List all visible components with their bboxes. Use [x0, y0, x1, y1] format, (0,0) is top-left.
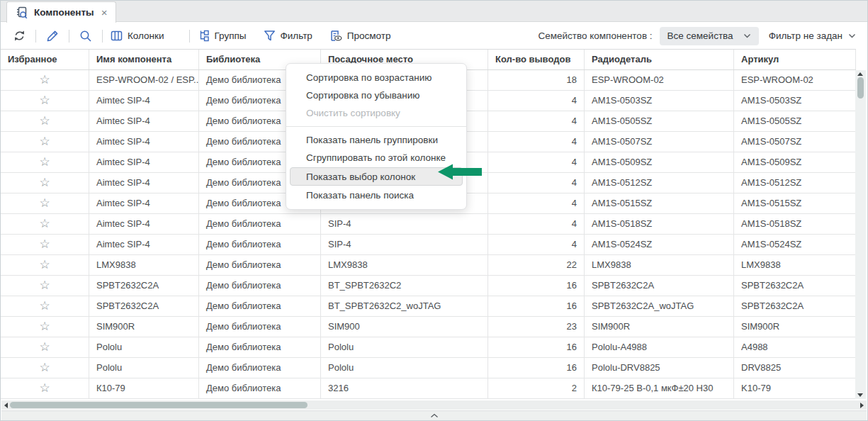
- groups-button[interactable]: Группы: [198, 30, 247, 42]
- favorite-star-icon[interactable]: ☆: [1, 111, 89, 132]
- scroll-left-arrow-icon[interactable]: [4, 403, 8, 408]
- tab-bar: Компоненты ×: [1, 1, 867, 22]
- preview-button-label: Просмотр: [347, 30, 391, 41]
- table-row[interactable]: ☆Aimtec SIP-4Демо библиотекаSIP-44AM1S-0…: [1, 235, 856, 255]
- horizontal-scrollbar[interactable]: [1, 400, 867, 410]
- table-row[interactable]: ☆SPBT2632C2AДемо библиотекаBT_SPBT2632C2…: [1, 276, 856, 296]
- cell-name: SPBT2632C2A: [89, 276, 199, 296]
- scroll-right-arrow-icon[interactable]: [860, 403, 864, 408]
- toolbar-divider: [69, 30, 69, 43]
- favorite-star-icon[interactable]: ☆: [1, 378, 89, 399]
- cell-part: SPBT2632C2A_woJTAG: [585, 296, 734, 317]
- scroll-down-arrow-icon[interactable]: [857, 393, 863, 397]
- tab-close-icon[interactable]: ×: [101, 7, 108, 18]
- vertical-scrollbar-thumb[interactable]: [857, 77, 864, 99]
- favorite-star-icon[interactable]: ☆: [1, 235, 89, 255]
- favorite-star-icon[interactable]: ☆: [1, 91, 89, 111]
- table-row[interactable]: ☆SIM900RДемо библиотекаSIM90023SIM900RSI…: [1, 317, 856, 337]
- cell-pins: 16: [488, 276, 585, 296]
- table-row[interactable]: ☆PololuДемо библиотекаPololu16Pololu-DRV…: [1, 358, 856, 378]
- menu-item[interactable]: Показать панель поиска: [286, 186, 466, 204]
- menu-item[interactable]: Показать панель группировки: [286, 131, 466, 149]
- favorite-star-icon[interactable]: ☆: [1, 276, 89, 296]
- cell-footprint: Pololu: [321, 358, 488, 378]
- filter-status-dropdown[interactable]: Фильтр не задан: [769, 30, 856, 41]
- table-row[interactable]: ☆Aimtec SIP-4Демо библиотекаSIP-44AM1S-0…: [1, 214, 856, 235]
- family-select-value: Все семейства: [667, 30, 733, 41]
- toolbar-right: Семейство компонентов : Все семейства Фи…: [538, 27, 856, 45]
- column-header-5[interactable]: Радиодеталь: [585, 50, 734, 69]
- edit-button[interactable]: [44, 28, 61, 45]
- cell-part: Pololu-DRV8825: [585, 358, 734, 378]
- favorite-star-icon[interactable]: ☆: [1, 358, 89, 378]
- cell-pins: 16: [488, 337, 585, 358]
- favorite-star-icon[interactable]: ☆: [1, 337, 89, 358]
- cell-part: SPBT2632C2A: [585, 276, 734, 296]
- bottom-collapse-bar[interactable]: [1, 410, 867, 420]
- table-row[interactable]: ☆SPBT2632C2AДемо библиотекаBT_SPBT2632C2…: [1, 296, 856, 317]
- columns-button-label: Колонки: [128, 30, 164, 41]
- table-row[interactable]: ☆PololuДемо библиотекаPololu16Pololu-A49…: [1, 337, 856, 358]
- cell-footprint: LMX9838: [321, 255, 488, 276]
- columns-button[interactable]: Колонки: [111, 30, 164, 42]
- table-row[interactable]: ☆К10-79Демо библиотека32162К10-79-25 В-0…: [1, 378, 856, 399]
- favorite-star-icon[interactable]: ☆: [1, 317, 89, 337]
- cell-article: AM1S-0518SZ: [734, 214, 856, 235]
- search-button[interactable]: [77, 28, 94, 45]
- menu-item[interactable]: Сортировка по убыванию: [286, 86, 466, 104]
- cell-footprint: Pololu: [321, 337, 488, 358]
- cell-article: SPBT2632C2A: [734, 296, 856, 317]
- app-window: Компоненты ×: [0, 0, 868, 421]
- family-select-dropdown[interactable]: Все семейства: [660, 27, 759, 45]
- favorite-star-icon[interactable]: ☆: [1, 214, 89, 235]
- favorite-star-icon[interactable]: ☆: [1, 70, 89, 91]
- cell-footprint: BT_SPBT2632C2_woJTAG: [321, 296, 488, 317]
- cell-part: AM1S-0512SZ: [585, 173, 734, 193]
- filter-icon: [264, 30, 276, 42]
- tab-components[interactable]: Компоненты ×: [6, 1, 116, 23]
- favorite-star-icon[interactable]: ☆: [1, 132, 89, 152]
- favorite-star-icon[interactable]: ☆: [1, 193, 89, 214]
- cell-footprint: SIM900: [321, 317, 488, 337]
- cell-part: AM1S-0505SZ: [585, 111, 734, 132]
- column-header-6[interactable]: Артикул: [734, 50, 856, 69]
- horizontal-scrollbar-thumb[interactable]: [10, 402, 308, 408]
- column-header-1[interactable]: Имя компонента: [89, 50, 199, 69]
- vertical-scrollbar[interactable]: [855, 70, 866, 399]
- cell-footprint: SIP-4: [321, 214, 488, 235]
- menu-item[interactable]: Сортировка по возрастанию: [286, 69, 466, 86]
- green-annotation-arrow-icon: [438, 164, 482, 180]
- preview-button[interactable]: Просмотр: [329, 30, 391, 42]
- cell-name: SPBT2632C2A: [89, 296, 199, 317]
- chevron-up-icon: [430, 413, 439, 418]
- favorite-star-icon[interactable]: ☆: [1, 173, 89, 193]
- cell-library: Демо библиотека: [199, 337, 321, 358]
- column-header-4[interactable]: Кол-во выводов: [488, 50, 585, 69]
- cell-name: Aimtec SIP-4: [89, 132, 199, 152]
- cell-article: DRV8825: [734, 358, 856, 378]
- scroll-up-arrow-icon[interactable]: [857, 72, 863, 76]
- toolbar-divider: [35, 30, 36, 43]
- cell-article: AM1S-0503SZ: [734, 91, 856, 111]
- column-header-0[interactable]: Избранное: [1, 50, 89, 69]
- favorite-star-icon[interactable]: ☆: [1, 255, 89, 276]
- cell-part: AM1S-0515SZ: [585, 193, 734, 214]
- cell-footprint: 3216: [321, 378, 488, 399]
- pencil-icon: [46, 30, 59, 43]
- refresh-button[interactable]: [11, 28, 28, 45]
- cell-pins: 23: [488, 317, 585, 337]
- cell-footprint: BT_SPBT2632C2: [321, 276, 488, 296]
- cell-part: LMX9838: [585, 255, 734, 276]
- tab-title: Компоненты: [34, 7, 94, 18]
- favorite-star-icon[interactable]: ☆: [1, 296, 89, 317]
- table-row[interactable]: ☆LMX9838Демо библиотекаLMX983822LMX9838L…: [1, 255, 856, 276]
- menu-item[interactable]: Показать выбор колонок: [290, 167, 463, 186]
- chevron-down-icon: [848, 33, 856, 38]
- filter-button[interactable]: Фильтр: [264, 30, 312, 42]
- cell-name: SIM900R: [89, 317, 199, 337]
- cell-article: AM1S-0512SZ: [734, 173, 856, 193]
- cell-article: AM1S-0515SZ: [734, 193, 856, 214]
- cell-pins: 2: [488, 378, 585, 399]
- toolbar-divider: [189, 30, 190, 43]
- favorite-star-icon[interactable]: ☆: [1, 152, 89, 173]
